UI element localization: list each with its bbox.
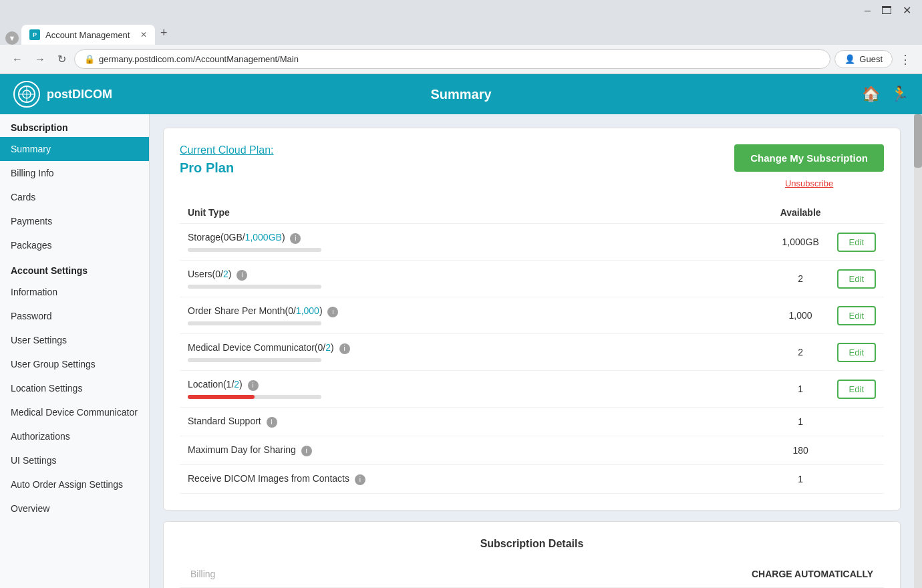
guest-button[interactable]: 👤 Guest xyxy=(834,50,893,68)
notification-icon[interactable]: 🏠 xyxy=(862,86,880,103)
active-tab[interactable]: P Account Management ✕ xyxy=(21,25,155,45)
units-table: Unit Type Available Storage(0GB/1,000GB)… xyxy=(180,202,884,494)
info-icon-2[interactable]: i xyxy=(327,307,338,317)
available-3: 2 xyxy=(772,334,829,371)
scrollbar-thumb[interactable] xyxy=(914,114,922,168)
available-1: 2 xyxy=(772,261,829,297)
unit-row-2: Order Share Per Month(0/1,000) i1,000Edi… xyxy=(180,297,884,334)
available-header: Available xyxy=(772,202,829,224)
sidebar-item-billing-info[interactable]: Billing Info xyxy=(0,161,149,185)
tab-back-button[interactable]: ▼ xyxy=(5,31,19,45)
unit-row-6: Maximum Day for Sharing i180 xyxy=(180,436,884,465)
new-tab-button[interactable]: + xyxy=(155,26,173,40)
edit-cell-1: Edit xyxy=(829,261,884,297)
info-icon-0[interactable]: i xyxy=(290,233,301,244)
user-icon: 👤 xyxy=(844,54,855,64)
logo-text: postDICOM xyxy=(47,88,112,102)
unit-row-3: Medical Device Communicator(0/2) i2Edit xyxy=(180,334,884,371)
unit-label-0: Storage(0GB/1,000GB) i xyxy=(180,224,772,261)
sidebar-item-summary[interactable]: Summary xyxy=(0,137,149,161)
logo-svg xyxy=(17,85,36,104)
logout-icon[interactable]: 🏃 xyxy=(891,86,909,103)
sidebar-item-password[interactable]: Password xyxy=(0,304,149,328)
sidebar-item-auto-order-assign-settings[interactable]: Auto Order Assign Settings xyxy=(0,472,149,496)
forward-button[interactable]: → xyxy=(31,51,49,68)
unsubscribe-link[interactable]: Unsubscribe xyxy=(785,178,833,188)
navigation-bar: ← → ↻ 🔒 germany.postdicom.com/AccountMan… xyxy=(0,45,922,74)
sidebar-item-user-settings[interactable]: User Settings xyxy=(0,328,149,352)
unit-row-1: Users(0/2) i2Edit xyxy=(180,261,884,297)
window-controls: – 🗖 ✕ xyxy=(0,0,922,21)
address-text: germany.postdicom.com/AccountManagement/… xyxy=(99,54,820,64)
edit-button-3[interactable]: Edit xyxy=(837,343,876,362)
subscription-header: Current Cloud Plan: Pro Plan Change My S… xyxy=(180,144,884,188)
scrollbar-track[interactable] xyxy=(914,114,922,588)
unit-name-7: Receive DICOM Images from Contacts xyxy=(188,473,349,484)
main-content: Current Cloud Plan: Pro Plan Change My S… xyxy=(150,114,914,588)
info-icon-6[interactable]: i xyxy=(301,446,312,456)
progress-wrap-4 xyxy=(188,395,321,399)
reload-button[interactable]: ↻ xyxy=(53,50,70,68)
unit-row-4: Location(1/2) i1Edit xyxy=(180,371,884,408)
detail-row-0: BillingCHARGE AUTOMATICALLY xyxy=(180,561,884,588)
action-header xyxy=(829,202,884,224)
info-icon-4[interactable]: i xyxy=(248,380,259,391)
sidebar-item-information[interactable]: Information xyxy=(0,280,149,304)
info-icon-3[interactable]: i xyxy=(339,343,350,354)
sidebar-item-ui-settings[interactable]: UI Settings xyxy=(0,448,149,472)
edit-cell-5 xyxy=(829,408,884,436)
edit-cell-3: Edit xyxy=(829,334,884,371)
change-subscription-button[interactable]: Change My Subscription xyxy=(734,144,884,172)
address-bar[interactable]: 🔒 germany.postdicom.com/AccountManagemen… xyxy=(74,49,830,69)
minimize-button[interactable]: – xyxy=(859,3,876,18)
sidebar-item-payments[interactable]: Payments xyxy=(0,209,149,233)
edit-cell-0: Edit xyxy=(829,224,884,261)
account-settings-section-header: Account Settings xyxy=(0,257,149,280)
subscription-section-header: Subscription xyxy=(0,114,149,137)
sidebar-item-packages[interactable]: Packages xyxy=(0,233,149,257)
progress-wrap-3 xyxy=(188,358,321,362)
edit-button-1[interactable]: Edit xyxy=(837,269,876,289)
unit-label-6: Maximum Day for Sharing i xyxy=(180,436,772,465)
sidebar-item-location-settings[interactable]: Location Settings xyxy=(0,376,149,400)
unit-name-5: Standard Support xyxy=(188,416,261,426)
edit-cell-6 xyxy=(829,436,884,465)
unit-label-7: Receive DICOM Images from Contacts i xyxy=(180,465,772,494)
available-5: 1 xyxy=(772,408,829,436)
current-plan-label[interactable]: Current Cloud Plan: xyxy=(180,144,274,156)
sidebar: Subscription Summary Billing Info Cards … xyxy=(0,114,150,588)
browser-menu-button[interactable]: ⋮ xyxy=(897,49,914,69)
header-icons: 🏠 🏃 xyxy=(862,86,909,103)
app-header: postDICOM Summary 🏠 🏃 xyxy=(0,74,922,114)
unit-label-4: Location(1/2) i xyxy=(180,371,772,408)
info-icon-7[interactable]: i xyxy=(355,474,365,485)
guest-label: Guest xyxy=(859,54,883,64)
unit-label-1: Users(0/2) i xyxy=(180,261,772,297)
info-icon-1[interactable]: i xyxy=(237,270,247,281)
back-button[interactable]: ← xyxy=(8,51,27,68)
edit-button-2[interactable]: Edit xyxy=(837,306,876,325)
unit-row-0: Storage(0GB/1,000GB) i1,000GBEdit xyxy=(180,224,884,261)
unit-type-header: Unit Type xyxy=(180,202,772,224)
unit-name-0: Storage(0GB/1,000GB) xyxy=(188,232,285,243)
progress-wrap-2 xyxy=(188,321,321,325)
close-button[interactable]: ✕ xyxy=(897,3,917,18)
app-logo: postDICOM xyxy=(13,81,112,108)
tab-close-icon[interactable]: ✕ xyxy=(140,30,147,39)
sidebar-item-authorizations[interactable]: Authorizations xyxy=(0,424,149,448)
change-sub-area: Change My Subscription Unsubscribe xyxy=(734,144,884,188)
sidebar-item-cards[interactable]: Cards xyxy=(0,185,149,209)
info-icon-5[interactable]: i xyxy=(267,417,277,428)
progress-wrap-0 xyxy=(188,248,321,252)
maximize-button[interactable]: 🗖 xyxy=(876,3,897,18)
edit-button-4[interactable]: Edit xyxy=(837,380,876,399)
subscription-details-table: BillingCHARGE AUTOMATICALLYStatusTRIAL (… xyxy=(180,561,884,588)
sidebar-item-overview[interactable]: Overview xyxy=(0,496,149,521)
app-body: Subscription Summary Billing Info Cards … xyxy=(0,114,922,588)
detail-value-0: CHARGE AUTOMATICALLY xyxy=(357,561,884,588)
sidebar-item-medical-device-communicator[interactable]: Medical Device Communicator xyxy=(0,400,149,424)
edit-button-0[interactable]: Edit xyxy=(837,233,876,252)
available-6: 180 xyxy=(772,436,829,465)
edit-cell-7 xyxy=(829,465,884,494)
sidebar-item-user-group-settings[interactable]: User Group Settings xyxy=(0,352,149,376)
